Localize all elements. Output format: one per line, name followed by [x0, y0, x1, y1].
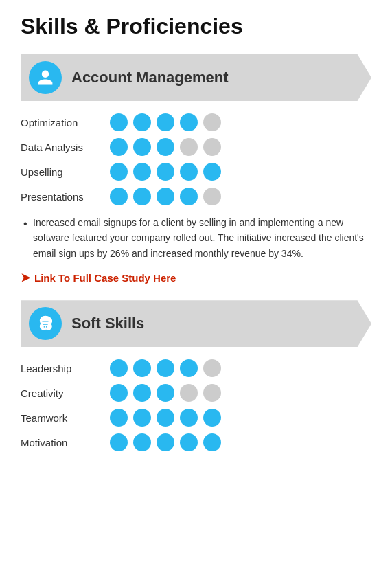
dot-filled	[180, 409, 198, 427]
dot-filled	[110, 138, 128, 156]
dot-filled	[133, 163, 151, 181]
dot-empty	[203, 138, 221, 156]
skill-label: Teamwork	[21, 412, 110, 424]
bullet-description: Increased email signups for a client by …	[21, 215, 371, 261]
dot-filled	[180, 433, 198, 451]
dot-filled	[110, 188, 128, 205]
skill-dots	[110, 409, 221, 427]
page-title: Skills & Proficiencies	[21, 14, 371, 39]
skill-row: Motivation	[21, 433, 371, 451]
skills-list-account-management: OptimizationData AnalysisUpsellingPresen…	[21, 113, 371, 205]
dot-filled	[157, 113, 174, 131]
skill-label: Presentations	[21, 191, 110, 203]
dot-filled	[133, 433, 151, 451]
dot-filled	[203, 409, 221, 427]
section-title-account-management: Account Management	[71, 69, 229, 87]
dot-filled	[180, 188, 198, 205]
dot-filled	[180, 113, 198, 131]
skill-row: Data Analysis	[21, 138, 371, 156]
dot-filled	[133, 188, 151, 205]
arrow-icon: ➤	[21, 271, 30, 285]
dot-filled	[133, 384, 151, 402]
skill-dots	[110, 433, 221, 451]
skill-dots	[110, 359, 221, 377]
dot-filled	[110, 163, 128, 181]
dot-filled	[133, 113, 151, 131]
brain-icon	[29, 307, 62, 340]
dot-empty	[203, 384, 221, 402]
skill-dots	[110, 188, 221, 205]
section-title-soft-skills: Soft Skills	[71, 315, 144, 332]
section-header-account-management: Account Management	[21, 54, 371, 101]
dot-filled	[180, 359, 198, 377]
dot-filled	[157, 188, 174, 205]
skill-row: Teamwork	[21, 409, 371, 427]
dot-filled	[133, 409, 151, 427]
dot-filled	[203, 163, 221, 181]
dot-filled	[110, 384, 128, 402]
skill-label: Data Analysis	[21, 142, 110, 153]
dot-empty	[203, 359, 221, 377]
skill-label: Optimization	[21, 117, 110, 128]
skills-list-soft-skills: LeadershipCreativityTeamworkMotivation	[21, 359, 371, 451]
dot-empty	[180, 138, 198, 156]
dot-filled	[157, 433, 174, 451]
skill-row: Presentations	[21, 188, 371, 205]
dot-empty	[203, 113, 221, 131]
section-header-soft-skills: Soft Skills	[21, 300, 371, 347]
dot-filled	[133, 359, 151, 377]
dot-filled	[110, 359, 128, 377]
skill-label: Leadership	[21, 363, 110, 374]
skill-row: Creativity	[21, 384, 371, 402]
skill-label: Motivation	[21, 437, 110, 449]
skill-row: Optimization	[21, 113, 371, 131]
skill-dots	[110, 163, 221, 181]
dot-filled	[157, 384, 174, 402]
dot-filled	[110, 113, 128, 131]
case-study-link-label: Link To Full Case Study Here	[34, 272, 176, 284]
skill-label: Creativity	[21, 387, 110, 399]
skill-dots	[110, 138, 221, 156]
dot-filled	[157, 138, 174, 156]
dot-filled	[110, 433, 128, 451]
dot-empty	[180, 384, 198, 402]
section-soft-skills: Soft SkillsLeadershipCreativityTeamworkM…	[21, 300, 371, 451]
dot-filled	[157, 409, 174, 427]
case-study-link[interactable]: ➤Link To Full Case Study Here	[21, 271, 371, 285]
skill-dots	[110, 384, 221, 402]
section-account-management: Account ManagementOptimizationData Analy…	[21, 54, 371, 285]
skill-dots	[110, 113, 221, 131]
person-icon	[29, 61, 62, 94]
skill-row: Leadership	[21, 359, 371, 377]
skill-row: Upselling	[21, 163, 371, 181]
dot-filled	[157, 163, 174, 181]
dot-filled	[203, 433, 221, 451]
dot-filled	[133, 138, 151, 156]
dot-filled	[157, 359, 174, 377]
dot-empty	[203, 188, 221, 205]
skill-label: Upselling	[21, 166, 110, 178]
dot-filled	[110, 409, 128, 427]
dot-filled	[180, 163, 198, 181]
